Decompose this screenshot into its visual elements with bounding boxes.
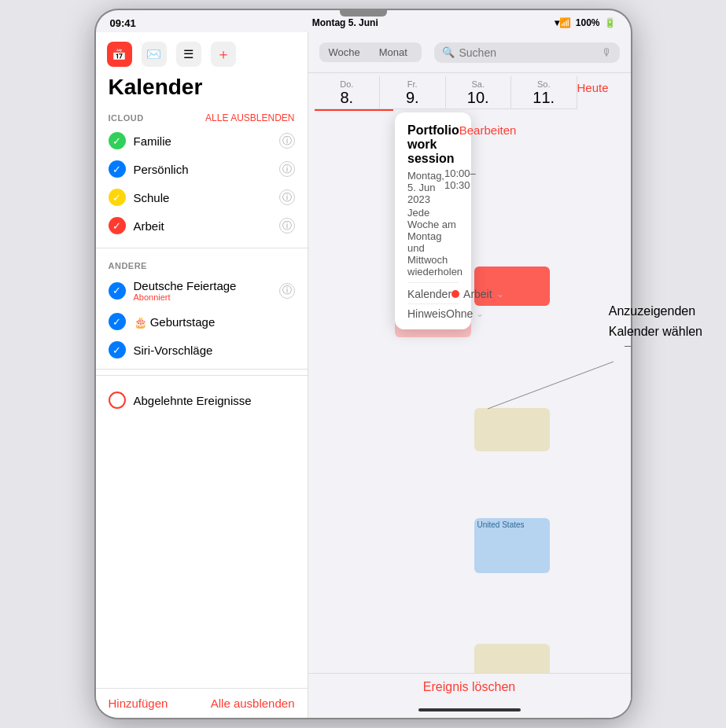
schule-info-icon[interactable]: ⓘ xyxy=(279,189,295,205)
arbeit-info-icon[interactable]: ⓘ xyxy=(279,218,295,233)
calendar-value: Arbeit ⌄ xyxy=(451,288,504,300)
day-name-sa: Sa. xyxy=(446,79,511,89)
list-icon-btn[interactable]: ☰ xyxy=(176,42,201,67)
add-icon-btn[interactable]: ＋ xyxy=(211,42,236,67)
event-popup-header: Portfolio work session Bearbeiten xyxy=(407,123,459,166)
geburtstage-check: ✓ xyxy=(109,313,126,330)
day-header-sa: Sa. 10. xyxy=(446,76,511,109)
rejected-circle-icon xyxy=(109,392,126,409)
calendar-icon-btn[interactable]: 📅 xyxy=(107,42,132,67)
day-num-fr: 9. xyxy=(380,89,445,107)
day-header-do: Do. 8. xyxy=(315,76,380,109)
day-col-do: Do. 8. xyxy=(315,76,381,109)
search-input[interactable] xyxy=(459,46,597,59)
calendar-icon: 📅 xyxy=(112,47,127,61)
jahr-button[interactable]: Jahr xyxy=(417,42,422,62)
andere-section-header: ANDERE xyxy=(96,256,308,274)
event-title: Portfolio work session xyxy=(407,123,459,166)
familie-info-icon[interactable]: ⓘ xyxy=(279,133,295,149)
persoenlich-label: Persönlich xyxy=(134,163,271,176)
day-name-fr: Fr. xyxy=(380,79,445,89)
bottom-bar: Ereignis löschen xyxy=(308,673,631,705)
list-icon: ☰ xyxy=(183,47,193,61)
sidebar: 📅 ✉️ ☰ ＋ Kalender iCloud ALLE AUSBLENDEN xyxy=(96,32,308,718)
sidebar-toolbar: 📅 ✉️ ☰ ＋ xyxy=(96,32,308,73)
hinweis-chevron-icon: ⌄ xyxy=(476,308,484,319)
chevron-icon: ⌄ xyxy=(496,289,504,300)
hinweis-value: Ohne ⌄ xyxy=(446,307,484,320)
arbeit-check: ✓ xyxy=(109,217,126,234)
cal-dot-icon xyxy=(451,290,459,298)
day-name-do: Do. xyxy=(315,79,380,89)
birthday-icon: 🎂 xyxy=(134,316,147,329)
geburtstage-label: 🎂 Geburtstage xyxy=(134,315,295,329)
familie-label: Familie xyxy=(134,134,271,148)
sidebar-bottom: Hinzufügen Alle ausblenden xyxy=(96,688,308,718)
persoenlich-check: ✓ xyxy=(109,160,126,178)
list-item[interactable]: ✓ Schule ⓘ xyxy=(96,183,308,211)
icloud-calendar-list: ✓ Familie ⓘ ✓ Persönlich ⓘ ✓ Schule ⓘ ✓ … xyxy=(96,127,308,245)
event-edit-button[interactable]: Bearbeiten xyxy=(459,123,517,137)
schule-check: ✓ xyxy=(109,189,126,206)
calendar-name: Arbeit xyxy=(463,288,492,300)
event-calendar-row: Kalender Arbeit ⌄ xyxy=(407,282,459,300)
main-area: Woche Monat Jahr 🔍 🎙 Do. 8. xyxy=(308,32,631,718)
feiertage-info-icon[interactable]: ⓘ xyxy=(279,283,295,299)
list-item[interactable]: ✓ Deutsche Feiertage Abonniert ⓘ xyxy=(96,274,308,307)
day-num-sa: 10. xyxy=(446,89,511,107)
add-button[interactable]: Hinzufügen xyxy=(109,697,168,710)
list-item[interactable]: ✓ 🎂 Geburtstage xyxy=(96,307,308,336)
wifi-icon: ▾📶 xyxy=(555,17,571,28)
feiertage-label: Deutsche Feiertage Abonniert xyxy=(134,279,271,302)
battery-status: 100% xyxy=(576,17,600,28)
battery-icon: 🔋 xyxy=(604,17,616,28)
today-button[interactable]: Heute xyxy=(577,78,619,97)
event-time: 10:00–10:30 xyxy=(444,167,476,205)
icloud-section-header: iCloud ALLE AUSBLENDEN xyxy=(96,108,308,127)
persoenlich-info-icon[interactable]: ⓘ xyxy=(279,161,295,177)
schule-label: Schule xyxy=(134,191,271,204)
status-time: 09:41 xyxy=(110,17,136,29)
day-num-do: 8. xyxy=(315,89,380,107)
search-icon: 🔍 xyxy=(442,46,455,58)
event-recurrence: Jede Woche am Montag und Mittwoch wieder… xyxy=(407,207,459,278)
main-toolbar: Woche Monat Jahr 🔍 🎙 xyxy=(308,32,631,73)
hinweis-label: Hinweis xyxy=(407,307,446,320)
woche-button[interactable]: Woche xyxy=(319,42,370,62)
view-segment: Woche Monat Jahr xyxy=(319,42,422,62)
day-col-sa: Sa. 10. xyxy=(446,76,512,109)
day-col-fr: Fr. 9. xyxy=(380,76,446,109)
calendar-block-blue: United States xyxy=(474,518,551,573)
list-item[interactable]: ✓ Familie ⓘ xyxy=(96,127,308,155)
rejected-item[interactable]: Abgelehnte Ereignisse xyxy=(109,387,295,414)
status-date: Montag 5. Juni xyxy=(312,17,378,28)
day-name-so: So. xyxy=(511,79,577,89)
hide-all-button[interactable]: ALLE AUSBLENDEN xyxy=(205,112,294,123)
rejected-section: Abgelehnte Ereignisse xyxy=(96,379,308,421)
day-header-fr: Fr. 9. xyxy=(380,76,445,109)
calendar-header: Do. 8. Fr. 9. Sa. 10. xyxy=(308,73,631,109)
list-item[interactable]: ✓ Arbeit ⓘ xyxy=(96,211,308,240)
delete-event-button[interactable]: Ereignis löschen xyxy=(423,680,515,694)
inbox-icon-btn[interactable]: ✉️ xyxy=(142,42,167,67)
feiertage-sub: Abonniert xyxy=(134,292,271,302)
arbeit-label: Arbeit xyxy=(134,219,271,233)
hide-all-bottom-button[interactable]: Alle ausblenden xyxy=(211,697,295,710)
monat-button[interactable]: Monat xyxy=(370,42,417,62)
calendar-label: Kalender xyxy=(407,288,451,300)
event-date: Montag, 5. Jun 2023 xyxy=(407,170,444,205)
event-popup: Portfolio work session Bearbeiten Montag… xyxy=(395,112,471,329)
andere-calendar-list: ✓ Deutsche Feiertage Abonniert ⓘ ✓ 🎂 Geb… xyxy=(96,274,308,369)
mic-icon[interactable]: 🎙 xyxy=(602,46,612,58)
day-num-so: 11. xyxy=(511,89,577,107)
add-icon: ＋ xyxy=(216,45,230,64)
search-bar[interactable]: 🔍 🎙 xyxy=(434,42,620,63)
day-col-so: So. 11. xyxy=(511,76,577,109)
list-item[interactable]: ✓ Siri-Vorschläge xyxy=(96,336,308,364)
inbox-icon: ✉️ xyxy=(146,47,161,61)
rejected-label: Abgelehnte Ereignisse xyxy=(134,394,252,407)
sidebar-title: Kalender xyxy=(96,73,308,108)
home-indicator xyxy=(418,708,521,711)
list-item[interactable]: ✓ Persönlich ⓘ xyxy=(96,155,308,183)
day-header-so: So. 11. xyxy=(511,76,577,109)
